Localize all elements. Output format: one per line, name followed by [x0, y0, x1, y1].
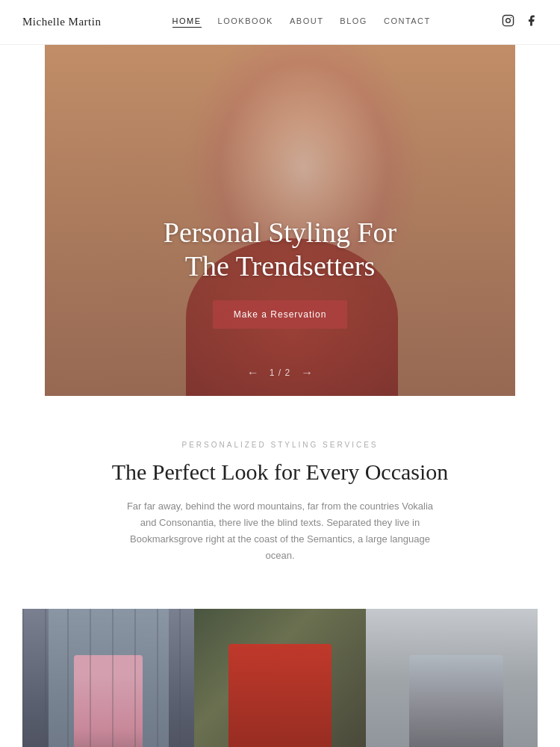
gallery-item-1: [22, 609, 194, 747]
services-label: PERSONALIZED STYLING SERVICES: [22, 441, 538, 449]
gallery-section: [22, 609, 538, 747]
site-header: Michelle Martin HOME LOOKBOOK ABOUT BLOG…: [0, 0, 560, 45]
hero-prev-arrow[interactable]: ←: [247, 366, 259, 379]
hero-next-arrow[interactable]: →: [301, 366, 313, 379]
svg-point-1: [506, 19, 511, 23]
hero-title: Personal Styling For The Trendsetters: [45, 216, 515, 284]
main-nav: HOME LOOKBOOK ABOUT BLOG CONTACT: [172, 16, 431, 28]
nav-contact[interactable]: CONTACT: [384, 16, 431, 28]
hero-pagination: ← 1 / 2 →: [45, 366, 515, 379]
hero-content: Personal Styling For The Trendsetters Ma…: [45, 216, 515, 329]
services-title: The Perfect Look for Every Occasion: [22, 459, 538, 485]
instagram-icon[interactable]: [502, 14, 514, 30]
brand-logo[interactable]: Michelle Martin: [22, 16, 101, 28]
services-body: Far far away, behind the word mountains,…: [123, 498, 437, 564]
reservation-button[interactable]: Make a Reservation: [213, 300, 348, 329]
hero-section: Personal Styling For The Trendsetters Ma…: [45, 45, 515, 396]
svg-point-2: [511, 17, 511, 18]
nav-lookbook[interactable]: LOOKBOOK: [218, 16, 273, 28]
nav-about[interactable]: ABOUT: [290, 16, 323, 28]
facebook-icon[interactable]: [525, 14, 538, 30]
gallery-item-2: [194, 609, 366, 747]
nav-blog[interactable]: BLOG: [340, 16, 367, 28]
services-section: PERSONALIZED STYLING SERVICES The Perfec…: [0, 396, 560, 594]
svg-rect-0: [503, 15, 513, 25]
gallery-item-3: [366, 609, 538, 747]
nav-home[interactable]: HOME: [172, 16, 202, 28]
social-icons: [502, 14, 538, 30]
hero-counter: 1 / 2: [270, 368, 290, 378]
